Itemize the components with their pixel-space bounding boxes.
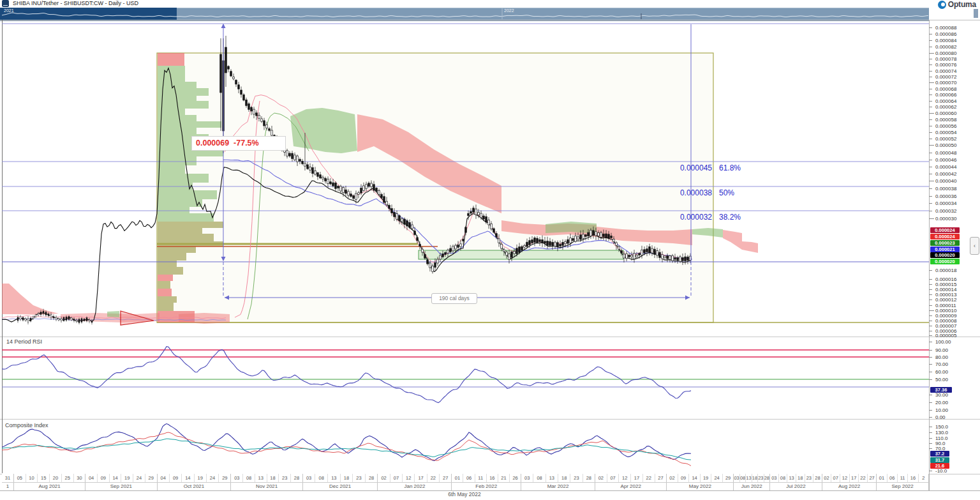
axis-tick [929, 350, 932, 351]
axis-tick [929, 279, 932, 280]
navigator-end-handle[interactable] [974, 9, 978, 18]
day-group: 010611162 [877, 474, 929, 482]
axis-tick-label: 0.000080 [935, 50, 956, 56]
fib-price-label: 0.000045 [664, 163, 712, 172]
axis-tick [929, 126, 932, 126]
day-label: 08 [315, 474, 328, 482]
day-label: 27 [440, 474, 451, 482]
axis-tick [929, 71, 932, 72]
day-label: 19 [195, 474, 207, 482]
day-group: 010611162126 [452, 474, 521, 482]
fib-percent-label: 38.2% [719, 213, 741, 222]
axis-tick [929, 432, 932, 433]
month-label: Feb 2022 [452, 483, 521, 490]
chart-canvas[interactable] [0, 0, 980, 500]
day-label: 30 [74, 474, 85, 482]
axis-tick-label: 0.000050 [935, 142, 956, 148]
axis-tick-label: 10.00 [935, 407, 948, 413]
day-label: 29 [219, 474, 230, 482]
axis-tick [929, 305, 932, 306]
day-label: 07 [390, 474, 403, 482]
day-label: 03 [770, 474, 779, 482]
day-label: 03 [734, 474, 739, 482]
day-group: 020712172227 [822, 474, 877, 482]
day-row: 3105101520253004091419242904091419242903… [2, 474, 929, 482]
axis-tick-label: 0.000056 [935, 123, 956, 129]
axis-tick [929, 315, 932, 316]
day-label: 24 [711, 474, 723, 482]
axis-tick-label: 0.000052 [935, 136, 956, 142]
axis-tick [929, 331, 932, 331]
current-price-label: 0.000023 [930, 240, 960, 246]
axis-tick [929, 188, 932, 189]
axis-tick [929, 139, 932, 139]
day-label: 17 [415, 474, 427, 482]
month-label: Apr 2022 [595, 483, 667, 490]
price-measure-label[interactable]: 0.000069 -77.5% [191, 136, 286, 151]
day-label: 11 [475, 474, 487, 482]
axis-tick-label: 0.000072 [935, 74, 956, 80]
collapse-panel-button[interactable]: ‹ [970, 237, 979, 255]
month-label: Sep 2022 [877, 483, 929, 490]
axis-tick-label: 0.000040 [935, 178, 956, 184]
composite-panel-border[interactable] [0, 419, 980, 420]
day-label: 11 [898, 474, 908, 482]
axis-tick [929, 427, 932, 427]
axis-tick [929, 335, 932, 336]
day-label: 23 [279, 474, 291, 482]
day-label: 18 [752, 474, 758, 482]
fib-price-label: 0.000038 [664, 188, 712, 197]
day-label: 02 [667, 474, 678, 482]
current-price-label: 0.000024 [930, 227, 960, 233]
day-label: 03 [231, 474, 243, 482]
day-label: 10 [26, 474, 38, 482]
day-label: 08 [779, 474, 788, 482]
day-label: 12 [840, 474, 849, 482]
day-group: 030813182328 [734, 474, 770, 482]
date-axis[interactable]: 3105101520253004091419242904091419242903… [2, 474, 929, 490]
calendar-days-label[interactable]: 190 cal days [431, 293, 477, 304]
fib-percent-label: 61.8% [719, 163, 741, 172]
price-axis[interactable]: 0.0000880.0000860.0000840.0000820.000080… [929, 20, 980, 490]
day-label: 02 [595, 474, 607, 482]
rsi-panel-label: 14 Period RSI [6, 338, 42, 345]
day-label: 19 [701, 474, 712, 482]
axis-tick-label: 80.00 [935, 354, 948, 360]
session-date-label: 6th May 2022 [0, 491, 929, 497]
axis-tick [929, 203, 932, 204]
chart-left-border [2, 20, 3, 473]
month-label: 1 [2, 483, 14, 490]
navigator-selected-range[interactable] [0, 8, 177, 20]
day-group: 051015202530 [14, 474, 85, 482]
axis-tick [929, 64, 932, 65]
navigator-year-2022: 2022 [504, 8, 514, 13]
optuma-logo: Optuma [938, 0, 976, 9]
axis-tick [929, 270, 932, 271]
month-label: Aug 2022 [822, 483, 877, 490]
day-label: 18 [341, 474, 353, 482]
day-group: 31 [2, 474, 14, 482]
day-label: 04 [85, 474, 98, 482]
axis-tick [929, 40, 932, 41]
month-label: Sep 2021 [85, 483, 157, 490]
day-label: 27 [655, 474, 667, 482]
day-label: 13 [746, 474, 752, 482]
axis-tick-label: 0.000086 [935, 31, 956, 37]
axis-tick-label: 0.000058 [935, 117, 956, 123]
chart-top-border [0, 20, 980, 20]
rsi-panel-border[interactable] [0, 337, 980, 337]
axis-tick [929, 119, 932, 120]
day-label: 31 [2, 474, 13, 482]
axis-tick [929, 471, 932, 471]
axis-tick [929, 82, 934, 83]
day-label: 12 [403, 474, 415, 482]
axis-tick [929, 417, 932, 418]
current-price-label: 0.000024 [930, 234, 960, 239]
day-label: 07 [831, 474, 840, 482]
axis-tick-label: 90.00 [935, 347, 948, 353]
axis-tick-label: 30.00 [935, 392, 948, 398]
month-label: May 2022 [667, 483, 734, 490]
axis-tick-label: 60.00 [935, 369, 948, 375]
day-label: 22 [643, 474, 655, 482]
composite-value-label: 37.2 [930, 451, 949, 457]
